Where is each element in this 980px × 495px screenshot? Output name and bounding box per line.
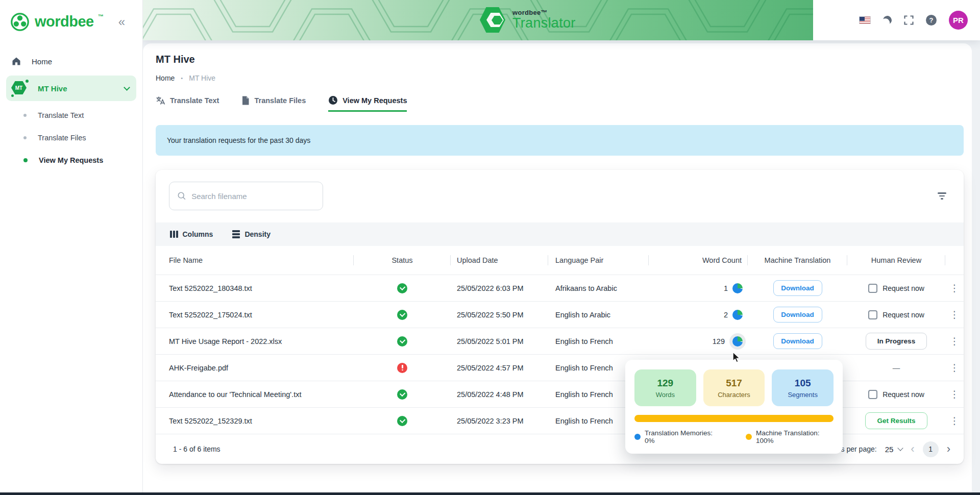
- sidebar-item-label: Translate Text: [38, 111, 84, 119]
- word-count-value: 129: [713, 337, 725, 345]
- table-row: Text 5252022_180348.txt 25/05/2022 6:03 …: [156, 275, 964, 301]
- file-icon: [241, 96, 250, 105]
- get-results-button[interactable]: Get Results: [865, 412, 927, 429]
- file-name-cell: Attendance to our 'Technical Meeting'.tx…: [156, 381, 354, 407]
- home-icon: [11, 56, 21, 66]
- sidebar-item-home[interactable]: Home: [0, 50, 142, 72]
- density-icon: [232, 230, 240, 238]
- translator-brand-bottom: Translator: [512, 15, 576, 31]
- column-header-upload-date[interactable]: Upload Date: [451, 246, 548, 275]
- kebab-menu-icon[interactable]: ⋮: [946, 308, 964, 321]
- avatar[interactable]: PR: [949, 11, 968, 30]
- brand-trademark: ™: [98, 13, 104, 19]
- pie-hover-highlight: [729, 333, 746, 350]
- status-success-icon: [397, 310, 407, 320]
- file-name-cell: MT Hive Usage Report - 2022.xlsx: [156, 328, 354, 354]
- bullet-icon: [23, 114, 27, 117]
- sidebar-item-mt-hive[interactable]: MT MT Hive: [6, 76, 136, 101]
- stat-words: 129 Words: [634, 369, 696, 406]
- language-pair-cell: English to Arabic: [548, 302, 649, 328]
- translator-logo: wordbee™ Translator: [480, 7, 576, 33]
- file-name-cell: Text 5252022_180348.txt: [156, 275, 354, 301]
- sidebar-item-label: Home: [32, 57, 52, 66]
- in-progress-button[interactable]: In Progress: [866, 333, 927, 350]
- kebab-menu-icon[interactable]: ⋮: [946, 334, 964, 348]
- rows-per-page-select[interactable]: 25: [885, 445, 903, 454]
- request-now-option[interactable]: Request now: [868, 390, 924, 399]
- sidebar-item-view-my-requests[interactable]: View My Requests: [0, 149, 142, 171]
- tab-label: Translate Text: [170, 96, 219, 105]
- clock-icon: [328, 95, 338, 105]
- dark-mode-icon[interactable]: [882, 15, 893, 26]
- download-button[interactable]: Download: [773, 333, 822, 349]
- pie-chart-icon[interactable]: [732, 336, 743, 346]
- request-now-checkbox[interactable]: [868, 284, 877, 293]
- translate-icon: [156, 96, 165, 105]
- column-header-file-name[interactable]: File Name: [156, 246, 354, 275]
- download-button[interactable]: Download: [773, 307, 822, 323]
- sidebar-item-translate-files[interactable]: Translate Files: [0, 127, 142, 149]
- kebab-menu-icon[interactable]: ⋮: [946, 281, 964, 295]
- items-summary: 1 - 6 of 6 items: [173, 445, 220, 453]
- search-input[interactable]: [191, 192, 314, 201]
- pie-chart-icon[interactable]: [732, 310, 743, 320]
- wordbee-logo-icon: [9, 11, 31, 33]
- tab-label: View My Requests: [342, 96, 407, 105]
- wordbee-logo[interactable]: wordbee ™: [9, 11, 104, 33]
- hexagon-pattern: [143, 0, 813, 40]
- help-icon[interactable]: ?: [926, 15, 937, 26]
- machine-translation-progress-bar: [634, 415, 834, 422]
- word-count-value: 1: [724, 284, 728, 292]
- chevron-down-icon: [124, 84, 130, 91]
- pagination: Rows per page: 25 ‹ 1 ›: [827, 441, 950, 457]
- filter-icon[interactable]: [936, 190, 948, 202]
- columns-button[interactable]: Columns: [170, 230, 213, 238]
- column-header-word-count[interactable]: Word Count: [649, 246, 748, 275]
- table-header-row: File Name Status Upload Date Language Pa…: [156, 246, 964, 275]
- current-page-number[interactable]: 1: [923, 441, 939, 457]
- next-page-button[interactable]: ›: [947, 442, 950, 456]
- request-now-option[interactable]: Request now: [868, 310, 924, 319]
- sidebar-item-translate-text[interactable]: Translate Text: [0, 104, 142, 127]
- previous-page-button[interactable]: ‹: [911, 442, 914, 456]
- sidebar-nav: Home MT MT Hive Translate Text Translate…: [0, 50, 142, 171]
- column-header-machine-translation[interactable]: Machine Translation: [748, 246, 847, 275]
- table-toolbar: Columns Density: [156, 222, 964, 246]
- bottom-edge-strip: [0, 492, 980, 495]
- tab-translate-files[interactable]: Translate Files: [241, 95, 306, 112]
- tab-translate-text[interactable]: Translate Text: [156, 95, 219, 112]
- upload-date-cell: 25/05/2022 6:03 PM: [451, 275, 548, 301]
- upload-date-cell: 25/05/2022 5:50 PM: [451, 302, 548, 328]
- collapse-sidebar-icon[interactable]: «: [118, 16, 125, 28]
- download-button[interactable]: Download: [773, 280, 822, 296]
- density-button[interactable]: Density: [232, 230, 271, 238]
- language-flag-icon[interactable]: [859, 16, 871, 24]
- sidebar-item-label: Translate Files: [38, 134, 86, 142]
- breadcrumb-home[interactable]: Home: [156, 74, 175, 82]
- request-now-checkbox[interactable]: [868, 390, 877, 399]
- main-content: MT Hive Home • MT Hive Trans: [143, 43, 972, 492]
- request-now-checkbox[interactable]: [868, 310, 877, 319]
- tooltip-legend: Translation Memories: 0% Machine Transla…: [634, 429, 834, 444]
- kebab-menu-icon[interactable]: ⋮: [946, 387, 964, 401]
- word-count-tooltip: 129 Words 517 Characters 105 Segments Tr…: [625, 360, 843, 454]
- upload-date-cell: 25/05/2022 5:01 PM: [451, 328, 548, 354]
- kebab-menu-icon[interactable]: ⋮: [946, 361, 964, 375]
- word-count-value: 2: [724, 311, 728, 319]
- column-header-human-review[interactable]: Human Review: [847, 246, 945, 275]
- fullscreen-icon[interactable]: [904, 15, 914, 25]
- pie-chart-icon[interactable]: [732, 283, 743, 293]
- tab-view-my-requests[interactable]: View My Requests: [328, 95, 407, 112]
- column-header-status[interactable]: Status: [354, 246, 451, 275]
- brand-name: wordbee: [35, 11, 94, 32]
- stat-segments: 105 Segments: [772, 369, 834, 406]
- legend-machine-translation: Machine Translation: 100%: [756, 429, 834, 444]
- sidebar: wordbee ™ « Home MT MT Hive: [0, 0, 143, 492]
- file-name-cell: Text 5252022_175024.txt: [156, 302, 354, 328]
- stat-characters: 517 Characters: [703, 369, 765, 406]
- search-box: [169, 182, 323, 210]
- table-row: Text 5252022_175024.txt 25/05/2022 5:50 …: [156, 301, 964, 328]
- column-header-language-pair[interactable]: Language Pair: [548, 246, 649, 275]
- request-now-option[interactable]: Request now: [868, 284, 924, 293]
- kebab-menu-icon[interactable]: ⋮: [946, 414, 964, 428]
